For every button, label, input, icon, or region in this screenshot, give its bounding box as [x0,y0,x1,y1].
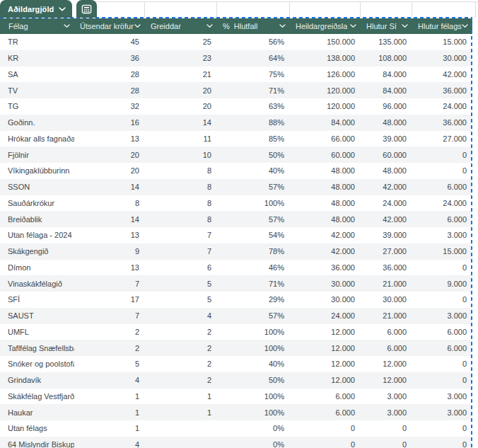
table-cell[interactable]: 27.000 [361,243,412,260]
table-cell[interactable]: 2 [145,340,217,356]
table-cell[interactable]: 3.000 [412,389,472,405]
table-cell[interactable]: 48.000 [290,163,361,179]
table-cell[interactable]: 21.000 [361,275,412,292]
table-tool-tab[interactable] [76,0,97,18]
table-cell[interactable]: SAUST [0,308,74,324]
table-cell[interactable]: 8 [74,195,145,212]
table-cell[interactable]: 64% [217,50,290,67]
table-cell[interactable]: 63% [217,98,290,115]
table-cell[interactable]: 14 [145,115,217,131]
column-header[interactable]: Útsendar kröfur [74,18,145,34]
table-cell[interactable]: 1 [74,389,145,405]
table-cell[interactable]: Utan félaga - 2024 [0,227,74,243]
table-cell[interactable]: 135.000 [361,34,412,50]
table-cell[interactable]: Taflfélag Snæfellsbæjar [0,340,74,356]
table-cell[interactable]: 60.000 [361,147,412,163]
table-cell[interactable]: 6.000 [361,340,412,356]
table-cell[interactable]: 20 [74,163,145,179]
table-cell[interactable]: SSON [0,179,74,195]
table-cell[interactable]: 0% [217,420,290,437]
column-header[interactable]: Hlutur Sí [361,18,412,34]
table-cell[interactable]: 16 [74,115,145,131]
table-cell[interactable]: 3.000 [361,404,412,420]
table-cell[interactable]: 57% [217,211,290,227]
table-cell[interactable]: 24.000 [412,195,472,212]
table-cell[interactable]: 13 [74,227,145,243]
table-cell[interactable]: 30.000 [361,292,412,308]
table-cell[interactable]: 4 [74,372,145,389]
table-cell[interactable]: 13 [74,131,145,147]
table-cell[interactable]: 0 [290,420,361,437]
table-cell[interactable]: 21 [145,67,217,83]
table-cell[interactable]: 13 [74,260,145,276]
table-cell[interactable]: 30.000 [290,292,361,308]
table-cell[interactable]: 71% [217,275,290,292]
table-cell[interactable]: SFÍ [0,292,74,308]
table-cell[interactable]: 14 [74,179,145,195]
table-cell[interactable]: 12.000 [361,372,412,389]
table-cell[interactable]: 0 [412,260,472,276]
column-header[interactable]: Félag [0,18,74,34]
table-cell[interactable]: 15.000 [412,243,472,260]
table-cell[interactable]: 6.000 [290,404,361,420]
table-cell[interactable]: 8 [145,163,217,179]
table-cell[interactable]: 42.000 [412,67,472,83]
table-cell[interactable]: 48.000 [290,211,361,227]
table-cell[interactable]: 36 [74,50,145,67]
table-cell[interactable]: 2 [74,340,145,356]
table-cell[interactable]: KR [0,50,74,67]
table-cell[interactable]: 54% [217,227,290,243]
table-cell[interactable]: 0 [412,356,472,372]
table-cell[interactable]: 7 [74,308,145,324]
table-cell[interactable]: 60.000 [290,147,361,163]
table-cell[interactable]: Breiðablik [0,211,74,227]
table-cell[interactable]: 57% [217,308,290,324]
table-cell[interactable]: 36.000 [361,260,412,276]
table-cell[interactable]: 36.000 [412,82,472,98]
table-cell[interactable]: 32 [74,98,145,115]
table-cell[interactable]: 64 Mislyndir Biskupar [0,437,74,448]
table-cell[interactable]: 6 [145,260,217,276]
table-cell[interactable]: 0 [412,420,472,437]
table-cell[interactable]: 6.000 [412,179,472,195]
table-cell[interactable]: 0 [412,437,472,448]
table-cell[interactable] [145,420,217,437]
table-cell[interactable]: 57% [217,179,290,195]
table-cell[interactable]: 66.000 [290,131,361,147]
table-cell[interactable]: 0 [412,292,472,308]
table-cell[interactable]: 150.000 [290,34,361,50]
table-cell[interactable]: 7 [145,227,217,243]
table-cell[interactable]: 1 [145,389,217,405]
table-cell[interactable]: 42.000 [361,179,412,195]
table-cell[interactable]: Skákgengið [0,243,74,260]
table-cell[interactable]: 100% [217,324,290,340]
table-cell[interactable]: 20 [145,98,217,115]
table-cell[interactable]: 78% [217,243,290,260]
table-cell[interactable]: 71% [217,82,290,98]
table-cell[interactable]: 2 [145,356,217,372]
table-cell[interactable]: Skákfélag Vestfjarða [0,389,74,405]
table-cell[interactable]: 6.000 [412,324,472,340]
table-cell[interactable]: 56% [217,34,290,50]
table-cell[interactable]: 24.000 [290,308,361,324]
table-cell[interactable]: TG [0,98,74,115]
table-cell[interactable]: 7 [145,243,217,260]
table-cell[interactable]: 7 [74,275,145,292]
table-cell[interactable]: 75% [217,67,290,83]
table-cell[interactable]: 84.000 [361,67,412,83]
table-cell[interactable]: Hrókar alls fagnaðar [0,131,74,147]
table-cell[interactable]: 48.000 [361,163,412,179]
table-cell[interactable]: 8 [145,195,217,212]
table-cell[interactable]: 85% [217,131,290,147]
table-cell[interactable]: SA [0,67,74,83]
table-cell[interactable]: 36.000 [290,260,361,276]
table-cell[interactable]: 5 [145,275,217,292]
table-cell[interactable]: TV [0,82,74,98]
table-cell[interactable]: 28 [74,82,145,98]
table-cell[interactable]: 5 [145,292,217,308]
table-cell[interactable]: 6.000 [412,340,472,356]
table-cell[interactable]: 0 [290,437,361,448]
table-cell[interactable]: 12.000 [290,324,361,340]
table-cell[interactable]: 0% [217,437,290,448]
table-cell[interactable]: 3.000 [361,389,412,405]
